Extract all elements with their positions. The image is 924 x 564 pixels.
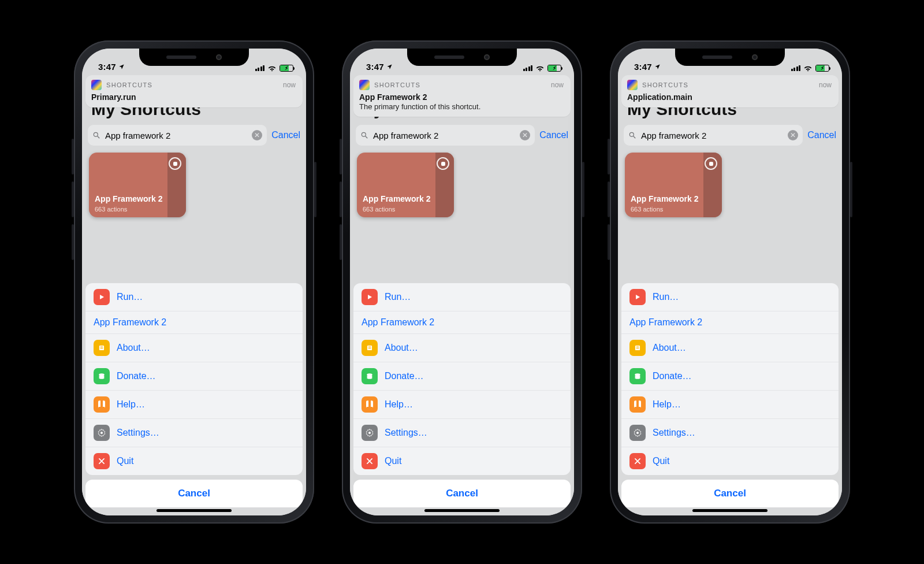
action-sheet: Run… App Framework 2 About… Donate… [85,283,303,507]
cellular-signal-icon [255,65,265,71]
location-services-icon [118,64,125,70]
menu-donate[interactable]: Donate… [353,362,571,390]
close-icon [94,453,110,469]
battery-icon: ⚡︎ [280,65,293,72]
donate-icon [629,368,646,384]
help-icon [362,396,378,413]
phone-2: 3:47 ⚡︎ My Shortcuts SHORTCUTS [342,40,582,524]
menu-settings[interactable]: Settings… [353,418,571,447]
wifi-icon [535,65,545,72]
search-icon [628,131,636,139]
svg-point-9 [362,132,366,136]
search-field[interactable]: ✕ [356,125,535,146]
menu-quit-label: Quit [117,456,133,466]
shortcut-tile[interactable]: App Framework 2 663 actions [357,153,454,217]
search-input[interactable] [104,130,248,141]
menu-run[interactable]: Run… [353,283,571,311]
svg-point-16 [367,377,372,379]
stop-icon[interactable] [437,157,449,170]
menu-run[interactable]: Run… [621,283,839,311]
svg-point-8 [100,432,103,434]
search-cancel-button[interactable]: Cancel [539,130,568,140]
notch [139,49,249,66]
cellular-signal-icon [791,65,801,71]
clear-search-icon[interactable]: ✕ [252,130,262,140]
home-indicator[interactable] [424,509,500,512]
menu-about[interactable]: About… [621,333,839,362]
menu-quit-label: Quit [653,456,669,466]
help-icon [629,396,646,413]
menu-run[interactable]: Run… [85,283,303,311]
home-indicator[interactable] [157,509,232,512]
menu-about-label: About… [117,343,150,353]
notch [675,49,785,66]
svg-rect-4 [100,348,103,348]
cellular-signal-icon [523,65,533,71]
status-time: 3:47 [98,62,116,72]
menu-section-header: App Framework 2 [85,311,303,333]
menu-quit[interactable]: Quit [621,447,839,475]
shortcut-tile[interactable]: App Framework 2 663 actions [625,153,722,217]
menu-help[interactable]: Help… [621,390,839,418]
menu-help-label: Help… [385,399,413,410]
search-input[interactable] [372,130,516,141]
battery-icon: ⚡︎ [547,65,561,72]
shortcuts-app-icon [627,80,638,90]
shortcut-tile[interactable]: App Framework 2 663 actions [89,153,186,217]
menu-settings[interactable]: Settings… [621,418,839,447]
donate-icon [362,368,378,384]
cancel-button[interactable]: Cancel [621,480,839,507]
svg-point-0 [94,132,98,136]
svg-rect-3 [100,347,103,347]
notification-banner[interactable]: SHORTCUTS now App Framework 2 The primar… [353,75,571,117]
search-cancel-button[interactable]: Cancel [271,130,300,140]
clear-search-icon[interactable]: ✕ [788,130,798,140]
about-icon [362,340,378,356]
notification-banner[interactable]: SHORTCUTS now Primary.run [85,75,303,107]
menu-settings-label: Settings… [117,428,159,438]
menu-donate[interactable]: Donate… [85,362,303,390]
cancel-button[interactable]: Cancel [353,480,571,507]
search-input[interactable] [640,130,784,141]
menu-donate-label: Donate… [653,371,692,381]
search-field[interactable]: ✕ [624,125,803,146]
menu-about[interactable]: About… [353,333,571,362]
svg-rect-12 [368,347,371,347]
menu-help[interactable]: Help… [353,390,571,418]
svg-line-19 [634,136,636,139]
menu-settings[interactable]: Settings… [85,418,303,447]
location-services-icon [654,64,661,70]
shortcut-tile-title: App Framework 2 [95,194,162,203]
notification-banner[interactable]: SHORTCUTS now Application.main [621,75,839,107]
stop-icon[interactable] [169,157,181,170]
notification-title: Application.main [627,92,832,102]
clear-search-icon[interactable]: ✕ [520,130,530,140]
stop-icon[interactable] [705,157,717,170]
menu-donate[interactable]: Donate… [621,362,839,390]
shortcut-tile-subtitle: 663 actions [95,206,127,213]
menu-about-label: About… [385,343,418,353]
donate-icon [94,368,110,384]
menu-about[interactable]: About… [85,333,303,362]
svg-point-17 [368,432,371,434]
home-indicator[interactable] [692,509,767,512]
menu-about-label: About… [653,343,686,353]
search-cancel-button[interactable]: Cancel [807,130,836,140]
svg-rect-13 [368,348,371,348]
notification-app-label: SHORTCUTS [106,81,152,88]
search-field[interactable]: ✕ [88,125,267,146]
menu-section-header: App Framework 2 [621,311,839,333]
cancel-button[interactable]: Cancel [85,480,303,507]
menu-help[interactable]: Help… [85,390,303,418]
about-icon [94,340,110,356]
menu-run-label: Run… [117,292,143,302]
close-icon [629,453,646,469]
menu-quit[interactable]: Quit [353,447,571,475]
close-icon [362,453,378,469]
shortcut-tile-title: App Framework 2 [363,194,430,203]
play-icon [629,289,646,305]
notification-title: Primary.run [91,92,296,102]
menu-help-label: Help… [653,399,681,410]
notification-time: now [551,81,564,89]
menu-quit[interactable]: Quit [85,447,303,475]
